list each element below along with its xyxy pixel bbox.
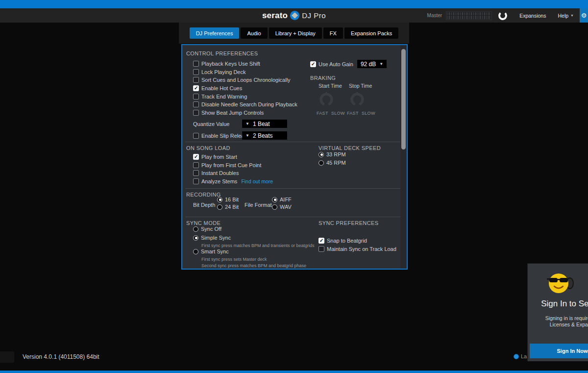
- help-label: Help: [558, 13, 568, 19]
- tab-audio[interactable]: Audio: [241, 27, 267, 39]
- edge-fragment: [0, 351, 14, 363]
- checkbox-label: Snap to Beatgrid: [327, 238, 367, 244]
- checkbox-label: Track End Warning: [201, 94, 247, 99]
- radio[interactable]: [217, 204, 222, 210]
- fast-label: FAST: [317, 111, 328, 116]
- signin-description: Signing in is required to Licenses & Exp…: [528, 315, 588, 328]
- slip-release-select[interactable]: ▼ 2 Beats: [242, 131, 287, 140]
- settings-button[interactable]: ⚙: [580, 8, 588, 23]
- help-button[interactable]: Help ▼: [552, 8, 580, 23]
- checkbox-label: Analyze Stems: [201, 178, 237, 184]
- checkbox[interactable]: [193, 178, 199, 184]
- meter-row-left: [447, 12, 491, 16]
- expansions-button[interactable]: Expansions: [514, 8, 552, 23]
- quantize-value: 1 Beat: [253, 121, 270, 127]
- quantize-select[interactable]: ▼ 1 Beat: [242, 120, 287, 128]
- fast-label: FAST: [347, 111, 359, 116]
- checkbox[interactable]: [193, 61, 199, 67]
- checkbox-label: Enable Hot Cues: [201, 85, 242, 91]
- checkbox-label: Play from First Cue Point: [201, 162, 261, 168]
- auto-gain-value: 92 dB: [361, 61, 376, 68]
- checkbox-label: Play from Start: [201, 154, 237, 160]
- bottom-accent-bar: [0, 371, 588, 373]
- radio-row-sync-off[interactable]: Sync Off: [193, 226, 221, 232]
- checkbox-checked[interactable]: [318, 238, 324, 244]
- checkbox[interactable]: [318, 246, 324, 252]
- tab-library-display[interactable]: Library + Display: [269, 27, 322, 39]
- pane-scrollbar: [400, 45, 407, 269]
- section-on-song-load: ON SONG LOAD Play from Start Play from F…: [182, 142, 407, 188]
- checkbox[interactable]: [193, 77, 199, 83]
- radio-row-smart-sync[interactable]: Smart Sync: [193, 249, 229, 254]
- checkbox-label: Playback Keys Use Shift: [201, 61, 260, 67]
- section-title: RECORDING: [182, 189, 407, 198]
- radio-row-45rpm[interactable]: 45 RPM: [318, 160, 346, 166]
- checkbox-checked[interactable]: [310, 61, 316, 67]
- radio[interactable]: [193, 226, 198, 232]
- checkbox-row-snap-to-beatgrid[interactable]: Snap to Beatgrid: [318, 236, 402, 245]
- tab-expansion-packs[interactable]: Expansion Packs: [344, 27, 398, 39]
- checkbox[interactable]: [193, 101, 199, 107]
- radio-row-simple-sync[interactable]: Simple Sync: [193, 235, 231, 241]
- section-title: CONTROL PREFERENCES: [182, 45, 407, 56]
- checkbox[interactable]: [193, 133, 199, 139]
- checkbox[interactable]: [193, 170, 199, 176]
- checkbox-label: Lock Playing Deck: [201, 69, 246, 75]
- signin-title: Sign In to Serato: [528, 299, 588, 309]
- smart-sync-description-2: Second sync press matches BPM and beatgr…: [201, 263, 306, 268]
- radio-row-aiff[interactable]: AIFF: [272, 197, 292, 202]
- radio-label: 24 Bit: [225, 204, 239, 210]
- sync-preferences-column: SYNC PREFERENCES Snap to Beatgrid Mainta…: [318, 217, 402, 269]
- checkbox[interactable]: [193, 162, 199, 168]
- start-time-knob[interactable]: [318, 91, 335, 108]
- checkbox-checked[interactable]: [193, 85, 199, 91]
- radio-selected[interactable]: [318, 152, 324, 157]
- find-out-more-link[interactable]: Find out more: [241, 178, 273, 184]
- auto-gain-select[interactable]: 92 dB ▼: [357, 60, 387, 68]
- checkbox[interactable]: [193, 69, 199, 75]
- simple-sync-description: First sync press matches BPM and transie…: [201, 243, 315, 248]
- radio[interactable]: [193, 249, 198, 254]
- section-control-preferences: CONTROL PREFERENCES Playback Keys Use Sh…: [182, 45, 407, 142]
- serato-logo-icon: [290, 11, 299, 20]
- radio-selected[interactable]: [217, 197, 222, 202]
- checkbox[interactable]: [193, 110, 199, 116]
- radio-row-24bit[interactable]: 24 Bit: [217, 204, 239, 210]
- checkbox-label: Show Beat Jump Controls: [201, 110, 264, 116]
- bit-depth-label: Bit Depth: [193, 202, 215, 208]
- file-format-options: AIFF WAV: [272, 197, 292, 210]
- radio[interactable]: [272, 204, 277, 210]
- radio-selected[interactable]: [272, 197, 277, 202]
- auto-gain-row: Use Auto Gain 92 dB ▼: [310, 60, 387, 68]
- app-header: serato DJ Pro Master: [0, 8, 588, 23]
- radio-row-33rpm[interactable]: 33 RPM: [318, 151, 346, 157]
- checkbox-label: Instant Doubles: [201, 170, 239, 176]
- control-preferences-right-column: Use Auto Gain 92 dB ▼ BRAKING Start Time…: [310, 60, 403, 138]
- checkbox[interactable]: [193, 94, 199, 99]
- sync-preferences-list: Snap to Beatgrid Maintain Sync on Track …: [318, 236, 402, 253]
- slow-label: SLOW: [362, 111, 375, 116]
- tab-fx[interactable]: FX: [323, 27, 343, 39]
- stop-time-knob[interactable]: [349, 91, 366, 108]
- radio-label: Simple Sync: [201, 235, 231, 241]
- gear-icon: ⚙: [581, 12, 587, 19]
- checkbox-label: Use Auto Gain: [318, 61, 353, 67]
- signin-description-line1: Signing in is required to: [528, 315, 588, 322]
- brand-text: serato: [262, 11, 288, 21]
- radio[interactable]: [318, 160, 324, 166]
- radio-row-wav[interactable]: WAV: [272, 204, 292, 210]
- radio-selected[interactable]: [193, 235, 198, 241]
- section-title: SYNC PREFERENCES: [318, 217, 402, 226]
- tab-dj-preferences[interactable]: DJ Preferences: [190, 27, 240, 39]
- sign-in-now-button[interactable]: Sign In Now: [530, 344, 588, 358]
- scrollbar-thumb[interactable]: [401, 49, 406, 149]
- radio-row-16bit[interactable]: 16 Bit: [217, 197, 239, 202]
- chevron-down-icon: ▼: [379, 62, 383, 66]
- radio-label: AIFF: [280, 197, 292, 202]
- checkbox-checked[interactable]: [193, 154, 199, 160]
- practice-mode-icon[interactable]: [492, 11, 514, 21]
- checkbox-label: Disable Needle Search During Playback: [201, 101, 297, 107]
- master-label: Master: [427, 13, 442, 18]
- checkbox-row-maintain-sync[interactable]: Maintain Sync on Track Load: [318, 245, 402, 253]
- checkbox-label: Sort Cues and Loops Chronologically: [201, 77, 291, 83]
